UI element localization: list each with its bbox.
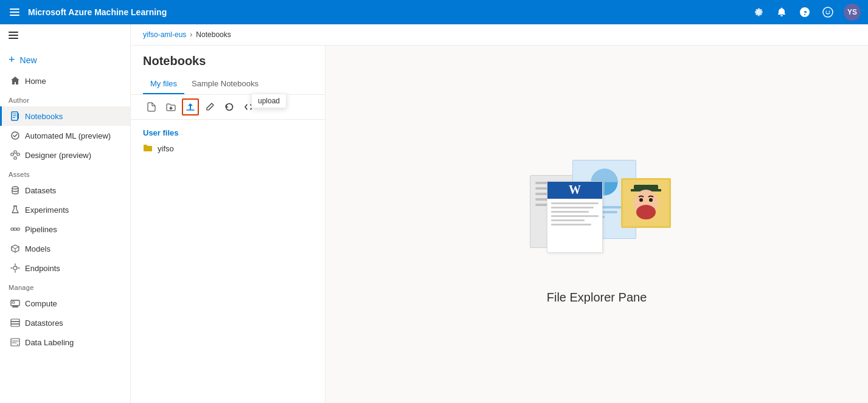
help-icon[interactable] (797, 5, 812, 19)
app-header: Microsoft Azure Machine Learning (0, 0, 868, 24)
sidebar-item-experiments[interactable]: Experiments (0, 200, 130, 219)
list-item[interactable]: yifso (131, 141, 325, 156)
sidebar-item-label: Models (25, 244, 50, 253)
svg-rect-25 (11, 228, 13, 230)
svg-point-46 (636, 205, 656, 219)
sidebar-item-labeling[interactable]: Data Labeling (0, 332, 130, 352)
doc-word: W (547, 181, 603, 253)
datasets-icon (10, 185, 20, 195)
sidebar-item-label: Home (25, 77, 46, 86)
compute-icon (10, 298, 20, 308)
file-list: User files yifso (131, 120, 325, 403)
svg-rect-8 (9, 38, 18, 39)
sidebar-item-label: Experiments (25, 205, 69, 215)
page-title: Notebooks (131, 46, 325, 74)
sidebar-item-compute[interactable]: Compute (0, 294, 130, 313)
svg-rect-40 (11, 324, 19, 326)
main-content: yifso-aml-eus › Notebooks Notebooks My f… (131, 24, 868, 403)
notebooks-icon (10, 111, 20, 121)
sidebar: + New Home Author (0, 24, 131, 403)
svg-rect-2 (10, 15, 19, 16)
new-folder-button[interactable] (162, 98, 179, 115)
app-title: Microsoft Azure Machine Learning (28, 7, 745, 17)
svg-rect-18 (14, 157, 16, 159)
file-toolbar: upload (131, 95, 325, 120)
labeling-icon (10, 337, 20, 347)
pipelines-icon (10, 224, 20, 234)
svg-point-48 (649, 198, 653, 202)
breadcrumb: yifso-aml-eus › Notebooks (131, 24, 868, 46)
tab-sample-notebooks[interactable]: Sample Notebooks (184, 74, 266, 94)
svg-point-3 (823, 7, 833, 17)
sidebar-item-models[interactable]: Models (0, 239, 130, 258)
header-actions: YS (751, 4, 861, 21)
svg-line-31 (12, 247, 15, 249)
new-label: New (20, 55, 37, 65)
svg-point-5 (829, 11, 830, 12)
user-files-label: User files (131, 125, 325, 141)
sidebar-item-label: Compute (25, 299, 57, 308)
sidebar-item-label: Automated ML (preview) (25, 131, 111, 140)
settings-icon[interactable] (751, 5, 766, 19)
svg-rect-27 (14, 228, 16, 230)
hamburger-icon[interactable] (7, 5, 22, 19)
svg-rect-7 (9, 35, 18, 36)
sidebar-item-datastores[interactable]: Datastores (0, 313, 130, 332)
svg-point-23 (12, 187, 18, 189)
new-file-button[interactable] (143, 98, 160, 115)
sidebar-toggle[interactable] (0, 24, 130, 49)
svg-rect-0 (10, 9, 19, 10)
edit-button[interactable] (201, 98, 218, 115)
sidebar-item-pipelines[interactable]: Pipelines (0, 219, 130, 239)
file-explorer-pane-label: File Explorer Pane (547, 291, 647, 304)
sidebar-item-label: Designer (preview) (25, 151, 91, 160)
user-avatar[interactable]: YS (844, 4, 861, 21)
sidebar-item-label: Endpoints (25, 264, 60, 273)
content-area: Notebooks My files Sample Notebooks uplo… (131, 46, 868, 403)
svg-rect-11 (13, 115, 16, 116)
section-manage: Manage (0, 278, 130, 294)
sidebar-item-endpoints[interactable]: Endpoints (0, 258, 130, 278)
tabs-bar: My files Sample Notebooks (131, 74, 325, 95)
main-layout: + New Home Author (0, 24, 868, 403)
new-button[interactable]: + New (0, 49, 130, 71)
sidebar-item-label: Datasets (25, 186, 56, 195)
svg-rect-10 (13, 114, 16, 114)
doc-photo (621, 178, 671, 228)
datastores-icon (10, 318, 20, 328)
notifications-icon[interactable] (774, 5, 789, 19)
sidebar-item-home[interactable]: Home (0, 71, 130, 91)
right-panel: W (325, 46, 868, 403)
file-panel: Notebooks My files Sample Notebooks uplo… (131, 46, 325, 403)
sidebar-item-automl[interactable]: Automated ML (preview) (0, 126, 130, 145)
designer-icon (10, 150, 20, 160)
upload-files-button[interactable] (182, 98, 199, 115)
section-assets: Assets (0, 165, 130, 181)
tab-my-files[interactable]: My files (143, 74, 184, 94)
breadcrumb-current: Notebooks (196, 30, 231, 39)
breadcrumb-separator: › (190, 30, 192, 39)
sidebar-item-label: Datastores (25, 319, 63, 328)
home-icon (10, 76, 20, 86)
file-explorer-illustration: W (512, 145, 682, 278)
svg-rect-43 (634, 185, 658, 190)
sidebar-item-label: Pipelines (25, 225, 57, 234)
sidebar-item-designer[interactable]: Designer (preview) (0, 145, 130, 165)
svg-rect-13 (18, 113, 19, 119)
endpoints-icon (10, 263, 20, 273)
refresh-button[interactable] (221, 98, 238, 115)
svg-rect-15 (11, 153, 13, 156)
automl-icon (10, 131, 20, 140)
file-name: yifso (158, 144, 174, 153)
folder-icon (143, 143, 153, 154)
svg-line-32 (15, 247, 19, 249)
breadcrumb-workspace[interactable]: yifso-aml-eus (143, 30, 186, 39)
svg-point-4 (826, 11, 827, 12)
sidebar-item-notebooks[interactable]: Notebooks (0, 106, 130, 126)
sidebar-item-label: Notebooks (25, 112, 63, 121)
svg-point-33 (13, 266, 17, 270)
experiments-icon (10, 205, 20, 215)
feedback-icon[interactable] (821, 5, 835, 19)
svg-point-47 (639, 198, 643, 202)
sidebar-item-datasets[interactable]: Datasets (0, 181, 130, 200)
